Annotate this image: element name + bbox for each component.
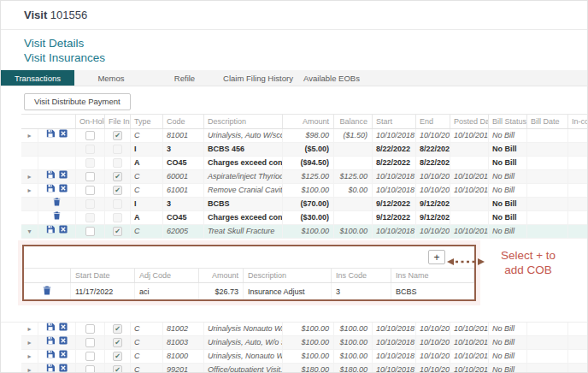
file-ins-checkbox[interactable]: ✔ xyxy=(113,352,122,361)
cob-row-controls xyxy=(24,283,71,299)
save-icon[interactable] xyxy=(46,364,55,373)
amount-cell: $98.00 xyxy=(283,129,334,142)
visit-details-link[interactable]: Visit Details xyxy=(24,36,587,50)
on-hold-cell xyxy=(76,323,105,335)
file-ins-checkbox[interactable]: ✔ xyxy=(113,131,122,140)
posted-date-cell xyxy=(450,211,489,224)
delete-icon[interactable] xyxy=(53,198,61,210)
expand-row-icon[interactable]: ▸ xyxy=(27,364,31,373)
expand-row-icon[interactable]: ▸ xyxy=(27,129,31,142)
save-icon[interactable] xyxy=(46,129,55,142)
file-ins-checkbox[interactable]: ✔ xyxy=(113,338,122,347)
amount-cell: $100.00 xyxy=(283,184,334,197)
void-icon[interactable] xyxy=(59,336,68,349)
collapse-row-icon[interactable]: ▾ xyxy=(27,225,31,238)
row-actions xyxy=(38,184,75,197)
on-hold-checkbox[interactable] xyxy=(85,186,95,195)
balance-cell: $100.00 xyxy=(334,323,373,335)
file-ins-checkbox[interactable]: ✔ xyxy=(113,324,122,334)
type-cell: C xyxy=(131,336,163,349)
on-hold-checkbox-disabled xyxy=(85,213,95,222)
tab-claim-filing-history[interactable]: Claim Filing History xyxy=(221,70,295,86)
posted-date-cell xyxy=(450,143,489,156)
file-ins-checkbox[interactable]: ✔ xyxy=(113,186,122,195)
cob-adj-code: aci xyxy=(135,283,199,299)
bill-date-cell xyxy=(527,184,568,197)
add-cob-button[interactable]: + xyxy=(428,250,445,264)
description-cell: Urinalysis, Auto, W/o Scope xyxy=(204,336,283,349)
void-icon[interactable] xyxy=(59,170,68,183)
code-cell: 60001 xyxy=(163,170,204,183)
column-header-description: Description xyxy=(204,115,283,128)
app-window: { "page": { "title_label": "Visit", "tit… xyxy=(0,0,588,373)
end-date-cell: 10/10/2018 xyxy=(416,364,450,373)
end-date-cell: 9/12/2022 xyxy=(416,211,450,224)
row-expand-cell: ▸ xyxy=(21,364,38,373)
row-actions xyxy=(38,198,75,210)
save-icon[interactable] xyxy=(46,170,55,183)
bill-date-cell xyxy=(527,211,568,224)
bill-date-cell xyxy=(527,129,568,142)
save-icon[interactable] xyxy=(46,350,55,363)
visit-number: 101556 xyxy=(50,9,87,21)
save-icon[interactable] xyxy=(46,323,55,335)
delete-icon[interactable] xyxy=(53,211,61,224)
end-date-cell: 10/10/2018 xyxy=(416,323,450,335)
void-icon[interactable] xyxy=(59,225,68,238)
on-hold-checkbox[interactable] xyxy=(85,172,95,181)
annotation-text: Select + to add COB xyxy=(486,248,570,277)
tab-refile[interactable]: Refile xyxy=(148,70,221,86)
expand-row-icon[interactable]: ▸ xyxy=(27,350,31,363)
file-ins-checkbox[interactable]: ✔ xyxy=(113,172,122,181)
row-controls-cell xyxy=(38,129,76,142)
type-cell: I xyxy=(131,143,163,156)
save-icon[interactable] xyxy=(46,225,55,238)
bill-date-cell xyxy=(527,364,568,373)
amount-cell: ($70.00) xyxy=(283,198,334,210)
delete-icon[interactable] xyxy=(43,286,51,297)
bill-status-cell: No Bill xyxy=(489,350,527,363)
amount-cell: $125.00 xyxy=(283,170,334,183)
on-hold-checkbox[interactable] xyxy=(85,131,95,140)
on-hold-checkbox[interactable] xyxy=(85,227,95,236)
tab-memos[interactable]: Memos xyxy=(74,70,148,86)
on-hold-checkbox[interactable] xyxy=(85,324,95,334)
visit-insurances-link[interactable]: Visit Insurances xyxy=(24,50,587,65)
void-icon[interactable] xyxy=(59,184,68,197)
void-icon[interactable] xyxy=(59,350,68,363)
tab-available-eobs[interactable]: Available EOBs xyxy=(295,70,368,86)
cob-header-amount: Amount xyxy=(199,269,244,282)
bill-date-cell xyxy=(527,323,568,335)
transactions-table-header: On-HoldFile Ins.TypeCodeDescriptionAmoun… xyxy=(21,114,587,129)
balance-cell xyxy=(334,211,373,224)
void-icon[interactable] xyxy=(59,129,68,142)
transaction-row: ▸✔C81000Urinalysis, Nonauto W/scope$100.… xyxy=(21,350,587,364)
amount-cell: ($94.50) xyxy=(283,157,334,169)
cob-header-start-date: Start Date xyxy=(71,269,135,282)
on-hold-checkbox[interactable] xyxy=(85,338,95,347)
on-hold-checkbox[interactable] xyxy=(85,365,95,373)
on-hold-checkbox[interactable] xyxy=(85,352,95,361)
column-header-bill-date: Bill Date xyxy=(527,115,568,128)
amount-cell: $100.00 xyxy=(283,350,334,363)
file-ins-checkbox[interactable]: ✔ xyxy=(113,227,122,236)
save-icon[interactable] xyxy=(46,336,55,349)
expand-row-icon[interactable]: ▸ xyxy=(27,184,31,197)
cob-header-blank xyxy=(24,269,71,282)
column-header-type: Type xyxy=(131,115,163,128)
expand-row-icon[interactable]: ▸ xyxy=(27,323,31,335)
file-ins-checkbox[interactable]: ✔ xyxy=(113,365,122,373)
tab-transactions[interactable]: Transactions xyxy=(1,70,74,86)
expand-row-icon[interactable]: ▸ xyxy=(27,336,31,349)
void-icon[interactable] xyxy=(59,323,68,335)
type-cell: C xyxy=(131,350,163,363)
row-actions xyxy=(38,323,75,335)
void-icon[interactable] xyxy=(59,364,68,373)
in-coll-cell xyxy=(568,170,588,183)
on-hold-cell xyxy=(76,225,105,238)
save-icon[interactable] xyxy=(46,184,55,197)
in-coll-cell xyxy=(568,364,588,373)
expand-row-icon[interactable]: ▸ xyxy=(27,170,31,183)
row-actions xyxy=(38,336,75,349)
visit-distribute-payment-button[interactable]: Visit Distribute Payment xyxy=(24,93,131,110)
